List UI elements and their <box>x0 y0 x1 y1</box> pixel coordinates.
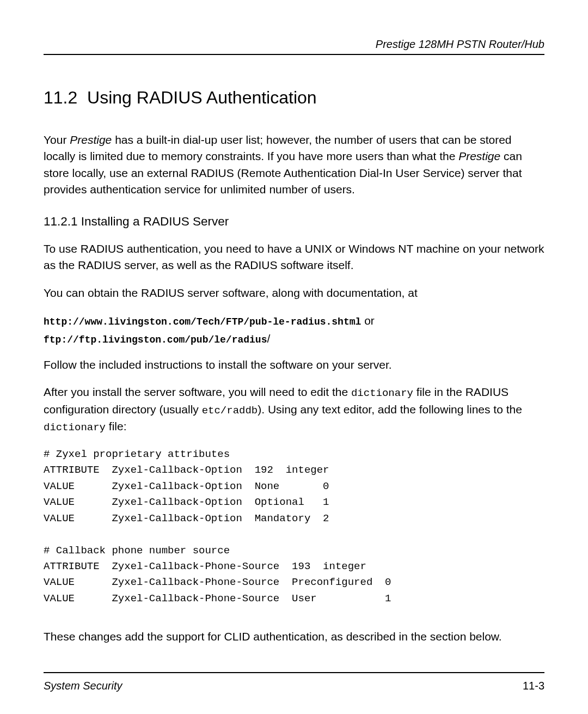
url-ftp: ftp://ftp.livingston.com/pub/le/radius <box>44 334 267 345</box>
trailing-slash: / <box>267 332 270 345</box>
text: After you install the server software, y… <box>44 386 351 398</box>
para-follow: Follow the included instructions to inst… <box>44 357 544 373</box>
subsection-number: 11.2.1 <box>44 215 78 228</box>
text: Your <box>44 133 70 146</box>
footer: System Security 11-3 <box>44 672 544 692</box>
para-intro: Your Prestige has a built-in dial-up use… <box>44 132 544 198</box>
page-number: 11-3 <box>523 680 544 692</box>
text: has a built-in dial-up user list; howeve… <box>44 133 512 162</box>
section-heading: 11.2 Using RADIUS Authentication <box>44 88 544 108</box>
config-path: etc/raddb <box>202 405 258 417</box>
text: file: <box>106 420 127 432</box>
section-number: 11.2 <box>44 88 77 107</box>
product-name: Prestige <box>458 150 500 162</box>
dictionary-code-block: # Zyxel proprietary attributes ATTRIBUTE… <box>44 447 544 607</box>
dictionary-file: dictionary <box>44 422 106 434</box>
subsection-heading: 11.2.1 Installing a RADIUS Server <box>44 215 544 229</box>
text: ). Using any text editor, add the follow… <box>258 403 522 416</box>
running-header: Prestige 128MH PSTN Router/Hub <box>44 38 544 55</box>
para-changes: These changes add the support for CLID a… <box>44 628 544 645</box>
subsection-title: Installing a RADIUS Server <box>81 215 229 228</box>
footer-rule <box>44 672 544 673</box>
product-name: Prestige <box>70 133 112 146</box>
dictionary-file: dictionary <box>351 387 413 399</box>
para-obtain: You can obtain the RADIUS server softwar… <box>44 285 544 301</box>
para-edit-dict: After you install the server software, y… <box>44 384 544 436</box>
or-text: or <box>361 314 375 327</box>
url-block: http://www.livingston.com/Tech/FTP/pub-l… <box>44 312 544 348</box>
section-title: Using RADIUS Authentication <box>87 88 317 107</box>
para-need-server: To use RADIUS authentication, you need t… <box>44 241 544 274</box>
page: Prestige 128MH PSTN Router/Hub 11.2 Usin… <box>0 0 588 714</box>
footer-row: System Security 11-3 <box>44 680 544 692</box>
footer-section: System Security <box>44 680 122 692</box>
url-http: http://www.livingston.com/Tech/FTP/pub-l… <box>44 316 361 327</box>
product-header: Prestige 128MH PSTN Router/Hub <box>376 38 544 50</box>
